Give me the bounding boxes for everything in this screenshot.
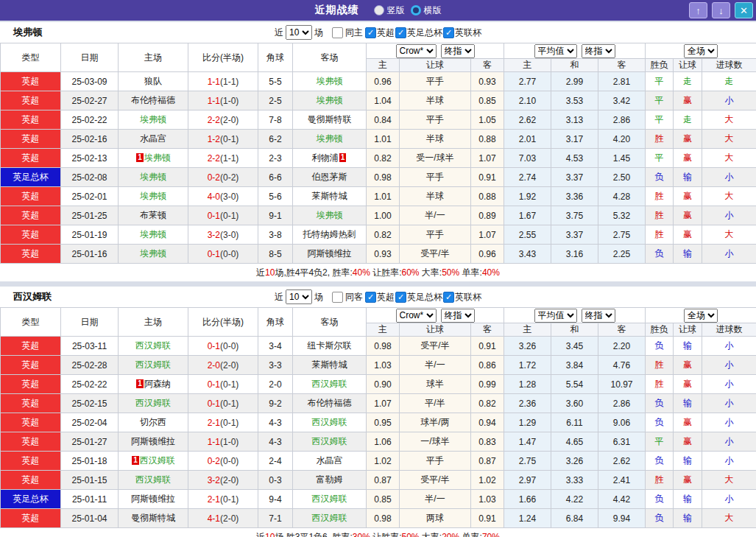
match-row: 英足总杯25-01-11阿斯顿维拉2-1(0-1)9-4西汉姆联0.85半/一1… bbox=[1, 490, 756, 509]
away-team-cell: 埃弗顿 bbox=[293, 72, 367, 91]
league-filter-checkbox[interactable]: ✓ bbox=[443, 27, 454, 38]
team-label: 西汉姆联 bbox=[312, 436, 347, 446]
home-odds-cell: 0.90 bbox=[367, 375, 400, 394]
average-select[interactable]: 平均值 bbox=[534, 309, 577, 323]
corner-cell: 3-4 bbox=[258, 337, 293, 356]
avg-home-cell: 1.67 bbox=[504, 206, 551, 225]
goals-result-cell: 小 bbox=[702, 452, 756, 471]
score-cell: 1-1(1-0) bbox=[188, 91, 258, 110]
summary-segment: 单率: bbox=[459, 532, 482, 537]
away-odds-cell: 0.88 bbox=[471, 130, 504, 149]
col-header-odds-home: 主 bbox=[367, 59, 400, 72]
away-team-cell: 纽卡斯尔联 bbox=[293, 337, 367, 356]
result-cell: 胜 bbox=[646, 206, 674, 225]
col-header-handicap-result: 让球 bbox=[674, 323, 702, 337]
horizontal-layout-radio[interactable] bbox=[411, 5, 421, 15]
final-average-select[interactable]: 终指 bbox=[582, 309, 615, 323]
away-odds-cell: 0.87 bbox=[471, 452, 504, 471]
same-venue-checkbox[interactable] bbox=[332, 27, 343, 38]
col-header-away: 客场 bbox=[293, 308, 367, 337]
league-filter-checkbox[interactable]: ✓ bbox=[443, 292, 454, 303]
handicap-cell: 平手 bbox=[400, 110, 471, 130]
scope-select[interactable]: 全场 bbox=[684, 309, 718, 323]
goals-result-cell: 走 bbox=[702, 72, 756, 91]
halftime-score: (2-0) bbox=[220, 360, 239, 371]
bookmaker-select[interactable]: Crow* bbox=[396, 44, 437, 58]
league-cell: 英超 bbox=[1, 130, 61, 149]
team-label: 西汉姆联 bbox=[135, 474, 171, 485]
halftime-score: (0-0) bbox=[220, 456, 239, 466]
corner-cell: 7-1 bbox=[258, 509, 293, 528]
away-odds-cell: 0.94 bbox=[471, 413, 504, 432]
close-icon[interactable]: ✕ bbox=[735, 2, 753, 18]
league-filter-checkbox[interactable]: ✓ bbox=[365, 292, 376, 303]
move-up-icon[interactable]: ↑ bbox=[689, 2, 707, 18]
red-card-badge: 1 bbox=[339, 153, 347, 162]
league-cell: 英超 bbox=[1, 413, 61, 432]
away-odds-cell: 0.82 bbox=[471, 394, 504, 413]
scope-select[interactable]: 全场 bbox=[684, 44, 718, 58]
avg-home-cell: 1.47 bbox=[504, 432, 551, 452]
avg-away-cell: 2.81 bbox=[598, 72, 646, 91]
average-select[interactable]: 平均值 bbox=[534, 44, 577, 58]
vertical-layout-radio[interactable] bbox=[374, 5, 384, 15]
league-filter-checkbox[interactable]: ✓ bbox=[395, 27, 406, 38]
home-team-cell: 曼彻斯特城 bbox=[119, 509, 188, 528]
score-cell: 0-2(0-0) bbox=[188, 452, 258, 471]
home-odds-cell: 0.93 bbox=[367, 245, 400, 264]
match-count-select[interactable]: 10 bbox=[286, 289, 312, 304]
league-filter-label[interactable]: 英超 bbox=[377, 27, 395, 39]
match-count-select[interactable]: 10 bbox=[286, 25, 312, 40]
window-controls: ↑ ↓ ✕ bbox=[689, 2, 753, 18]
final-odds-select[interactable]: 终指 bbox=[441, 44, 475, 58]
league-filter-checkbox[interactable]: ✓ bbox=[365, 27, 376, 38]
final-odds-select[interactable]: 终指 bbox=[441, 309, 475, 323]
final-average-select[interactable]: 终指 bbox=[582, 44, 615, 58]
summary-segment: 50% bbox=[442, 267, 459, 278]
handicap-cell: 半/一 bbox=[400, 356, 471, 375]
league-filter-label[interactable]: 英联杯 bbox=[455, 291, 481, 303]
move-down-icon[interactable]: ↓ bbox=[712, 2, 730, 18]
bookmaker-select[interactable]: Crow* bbox=[396, 309, 437, 323]
league-filter-label[interactable]: 英联杯 bbox=[455, 27, 481, 39]
corner-cell: 9-2 bbox=[258, 394, 293, 413]
away-odds-cell: 0.99 bbox=[471, 375, 504, 394]
home-team-cell: 西汉姆联 bbox=[119, 394, 188, 413]
corner-cell: 2-0 bbox=[258, 375, 293, 394]
same-venue-label[interactable]: 同主 bbox=[345, 27, 363, 39]
league-filter-checkbox[interactable]: ✓ bbox=[395, 292, 406, 303]
league-cell: 英超 bbox=[1, 337, 61, 356]
home-odds-cell: 1.04 bbox=[367, 91, 400, 110]
result-cell: 胜 bbox=[646, 375, 674, 394]
window-title: 近期战绩 bbox=[315, 4, 359, 17]
fulltime-score: 0-1 bbox=[208, 341, 220, 351]
same-venue-label[interactable]: 同客 bbox=[345, 291, 363, 303]
col-header-avg-draw: 和 bbox=[551, 323, 598, 337]
league-filter-label[interactable]: 英足总杯 bbox=[407, 27, 442, 39]
team-label: 莱斯特城 bbox=[312, 191, 347, 201]
col-header-goals-result: 进球数 bbox=[702, 323, 756, 337]
horizontal-layout-label[interactable]: 横版 bbox=[424, 4, 442, 17]
league-filter-label[interactable]: 英足总杯 bbox=[407, 291, 442, 303]
league-cell: 英超 bbox=[1, 225, 61, 245]
col-header-goals-result: 进球数 bbox=[702, 59, 756, 72]
score-cell: 3-2(3-0) bbox=[188, 225, 258, 245]
goals-result-cell: 小 bbox=[702, 375, 756, 394]
goals-result-cell: 小 bbox=[702, 356, 756, 375]
score-cell: 1-2(0-1) bbox=[188, 130, 258, 149]
col-header-home: 主场 bbox=[119, 308, 188, 337]
avg-away-cell: 2.86 bbox=[598, 394, 646, 413]
handicap-cell: 平/半 bbox=[400, 394, 471, 413]
vertical-layout-label[interactable]: 竖版 bbox=[387, 4, 405, 17]
avg-draw-cell: 3.53 bbox=[551, 91, 598, 110]
date-cell: 25-02-08 bbox=[61, 168, 119, 187]
team-label: 埃弗顿 bbox=[140, 191, 166, 201]
date-cell: 25-02-13 bbox=[61, 149, 119, 168]
home-team-cell: 布莱顿 bbox=[119, 206, 188, 225]
handicap-cell: 受一/球半 bbox=[400, 149, 471, 168]
league-cell: 英超 bbox=[1, 110, 61, 130]
avg-draw-cell: 3.16 bbox=[551, 245, 598, 264]
league-filter-label[interactable]: 英超 bbox=[377, 291, 395, 303]
same-venue-checkbox[interactable] bbox=[332, 292, 343, 303]
filter-bar: 近 10 场 同主 ✓英超✓英足总杯✓英联杯 bbox=[275, 25, 481, 40]
